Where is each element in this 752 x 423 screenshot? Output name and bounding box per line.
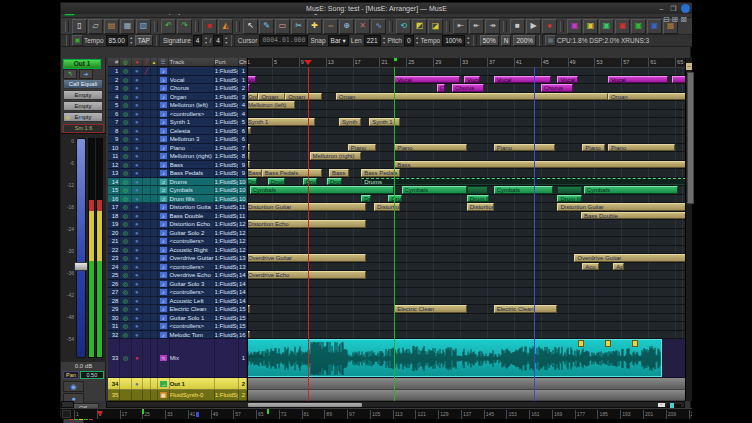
len-spinner[interactable]: ▴▾ xyxy=(382,36,387,45)
track-row-32[interactable]: 32◎●♪Melodic Tom1:FluidSy16 xyxy=(108,331,247,340)
mute-indicator[interactable] xyxy=(143,378,151,389)
punch-icon[interactable]: ■ xyxy=(202,19,217,34)
track-row-30[interactable]: 30◎●♪Guitar Solo 11:FluidSy15 xyxy=(108,314,247,323)
record-indicator[interactable]: ● xyxy=(132,220,143,228)
part-lanes[interactable]: VoVocalVocalVocalVocalVocalCChorusChorus… xyxy=(248,67,685,401)
record-indicator[interactable]: ● xyxy=(132,339,143,377)
redo-icon[interactable]: ↷ xyxy=(177,19,192,34)
track-port[interactable]: 1:FluidSy xyxy=(215,118,240,126)
len-field[interactable]: 221 xyxy=(364,35,381,46)
mute-indicator[interactable] xyxy=(143,144,151,152)
curve-tool-icon[interactable]: ∿ xyxy=(371,19,386,34)
track-port[interactable]: 1:FluidSy xyxy=(215,195,239,203)
power-icon[interactable]: ◉ xyxy=(63,381,84,392)
arm-indicator[interactable]: ◎ xyxy=(120,322,131,330)
track-row-27[interactable]: 27◎●♪<controllers>1:FluidSy14 xyxy=(108,288,247,297)
solo-indicator[interactable] xyxy=(151,263,159,271)
solo-indicator[interactable] xyxy=(151,246,159,254)
part[interactable]: Aco xyxy=(582,263,599,271)
record-indicator[interactable]: ● xyxy=(132,118,143,126)
solo-indicator[interactable] xyxy=(151,84,159,92)
canvas-lane-22[interactable] xyxy=(248,246,685,255)
toolbar-grip[interactable] xyxy=(503,21,507,32)
track-row-19[interactable]: 19◎●♪Distortion Echo1:FluidSy12 xyxy=(108,220,247,229)
arranger-canvas[interactable]: 1591317212529333741454953576165 VoVocalV… xyxy=(248,58,685,401)
magnification-widget[interactable]: − xyxy=(658,403,681,407)
toolbar-grip[interactable] xyxy=(65,21,69,32)
save-as-icon[interactable]: ▧ xyxy=(136,19,151,34)
toolbar-grip[interactable] xyxy=(389,21,393,32)
pitch-field[interactable]: 0 xyxy=(404,35,414,46)
audio-marker[interactable] xyxy=(605,340,611,347)
record-indicator[interactable]: ● xyxy=(132,297,143,305)
stop-icon[interactable]: ■ xyxy=(510,19,525,34)
mute-indicator[interactable]: ╱ xyxy=(143,67,151,75)
track-channel[interactable]: 6 xyxy=(239,127,247,135)
solo-indicator[interactable] xyxy=(151,229,159,237)
canvas-lane-14[interactable]: DrumDrumDrumDrumDrums xyxy=(248,178,685,187)
arm-indicator[interactable]: ◎ xyxy=(120,76,131,84)
track-row-28[interactable]: 28◎●♪Acoustic Left1:FluidSy14 xyxy=(108,297,247,306)
track-port[interactable]: 1:FluidSy xyxy=(215,76,240,84)
part[interactable]: Cymbals xyxy=(402,186,467,194)
punch-out-icon[interactable]: ◪ xyxy=(428,19,443,34)
arm-indicator[interactable]: ◎ xyxy=(120,271,131,279)
track-row-5[interactable]: 5◎●♪Mellotron (left)1:FluidSy4 xyxy=(108,101,247,110)
titlebar[interactable]: MusE: Song: test - [MusE: Arranger] — Mu… xyxy=(61,3,692,14)
arm-indicator[interactable]: ◎ xyxy=(120,212,131,220)
automation-icon[interactable]: ⇓ xyxy=(78,114,84,122)
toolbar-grip[interactable] xyxy=(539,35,543,46)
part[interactable]: Vocal xyxy=(394,76,460,84)
canvas-lane-17[interactable]: Distortion GuitarDistortionDistortionDis… xyxy=(248,203,685,212)
mag-track[interactable] xyxy=(667,404,681,407)
record-indicator[interactable]: ● xyxy=(132,280,143,288)
part[interactable]: Bass xyxy=(329,169,349,177)
record-indicator[interactable]: ● xyxy=(132,84,143,92)
part[interactable]: Synth 1 xyxy=(248,118,315,126)
canvas-lane-6[interactable] xyxy=(248,110,685,119)
undo-icon[interactable]: ↶ xyxy=(161,19,176,34)
mute-indicator[interactable] xyxy=(143,220,151,228)
part[interactable]: Bass Double xyxy=(581,212,685,220)
arm-indicator[interactable]: ◎ xyxy=(120,246,131,254)
arm-indicator[interactable] xyxy=(120,390,131,400)
track-channel[interactable]: 5 xyxy=(239,118,247,126)
solo-indicator[interactable] xyxy=(151,297,159,305)
arm-indicator[interactable]: ◎ xyxy=(120,152,131,160)
track-channel[interactable]: 13 xyxy=(239,263,247,271)
track-port[interactable]: 1:FluidSy xyxy=(215,263,239,271)
arm-indicator[interactable]: ◎ xyxy=(120,135,131,143)
arm-indicator[interactable]: ◎ xyxy=(120,127,131,135)
track-port[interactable]: 1:FluidSy xyxy=(215,152,240,160)
signature-num-spinner[interactable]: ▴▾ xyxy=(203,36,208,45)
mute-indicator[interactable] xyxy=(143,212,151,220)
track-channel[interactable]: 10 xyxy=(239,195,247,203)
toolbar-grip[interactable] xyxy=(154,21,158,32)
canvas-lane-29[interactable]: EElectric CleanElectric Clean xyxy=(248,305,685,314)
metronome-icon[interactable]: ◭ xyxy=(218,19,233,34)
part[interactable]: Chorus xyxy=(452,84,484,92)
toolbar-grip[interactable] xyxy=(231,35,235,46)
part[interactable]: Piano xyxy=(582,144,605,152)
vscroll-thumb[interactable] xyxy=(687,72,694,204)
canvas-lane-24[interactable]: AcoAc xyxy=(248,263,685,272)
rack-slot-1[interactable]: Call Equali xyxy=(63,79,103,89)
mag-thumb[interactable] xyxy=(670,403,674,408)
track-port[interactable] xyxy=(215,378,240,389)
track-channel[interactable]: 8 xyxy=(239,152,247,160)
forward-icon[interactable]: ↠ xyxy=(485,19,500,34)
arm-indicator[interactable]: ◎ xyxy=(120,93,131,101)
track-port[interactable]: 1:FluidSy xyxy=(215,67,240,75)
canvas-lane-16[interactable]: DrDrumDrum fillsDrum fills xyxy=(248,195,685,204)
track-channel[interactable]: 15 xyxy=(239,322,247,330)
part[interactable]: Vo xyxy=(248,76,256,84)
arm-indicator[interactable]: ◎ xyxy=(120,178,131,186)
record-indicator[interactable]: ● xyxy=(132,195,143,203)
part[interactable]: Vocal xyxy=(608,76,668,84)
track-channel[interactable]: 10 xyxy=(239,186,247,194)
toolbar-grip[interactable] xyxy=(473,35,477,46)
arm-indicator[interactable]: ◎ xyxy=(120,339,131,377)
signature-den-spinner[interactable]: ▴▾ xyxy=(224,36,229,45)
track-channel[interactable]: 14 xyxy=(239,271,247,279)
record-indicator[interactable]: ● xyxy=(132,288,143,296)
